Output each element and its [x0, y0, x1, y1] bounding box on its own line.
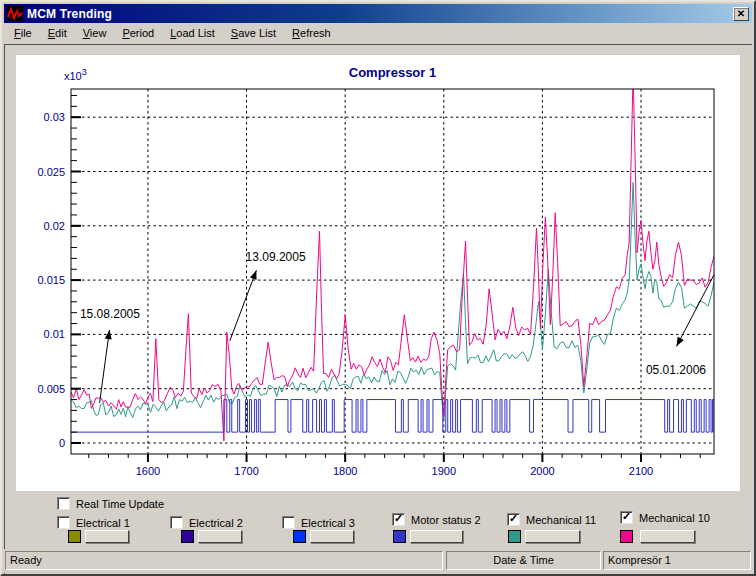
- series-mechanical-10: [71, 74, 714, 441]
- mechanical-11-color-swatch: [508, 530, 521, 543]
- x-tick-label: 2000: [530, 465, 554, 477]
- chart-panel: Compressor 1 x103 00.0050.010.0150.020.0…: [16, 55, 740, 491]
- menu-save-list[interactable]: Save List: [223, 25, 284, 42]
- status-bar: Ready Date & Time Kompresör 1: [4, 549, 752, 573]
- series-motor-status-2: [71, 400, 714, 433]
- annotation-arrow: [230, 270, 257, 341]
- motor-status-2-color-swatch: [393, 530, 406, 543]
- y-tick-label: 0.03: [44, 111, 65, 123]
- y-tick-label: 0.01: [44, 328, 65, 340]
- annotation-label: 15.08.2005: [80, 307, 140, 321]
- electrical-1-checkbox[interactable]: ✓: [57, 516, 70, 529]
- menu-period[interactable]: Period: [114, 25, 162, 42]
- mechanical-11-button[interactable]: [525, 530, 580, 543]
- channel-row: ✓ Motor status 2: [392, 513, 481, 526]
- electrical-2-button[interactable]: [198, 530, 242, 543]
- electrical-2-checkbox[interactable]: ✓: [170, 516, 183, 529]
- x-tick-label: 1700: [234, 465, 258, 477]
- channel-row: ✓ Electrical 3: [282, 516, 355, 529]
- mechanical-11-checkbox[interactable]: ✓: [507, 513, 520, 526]
- annotation-arrowhead: [677, 337, 684, 347]
- y-tick-label: 0.005: [37, 383, 65, 395]
- menu-bar: File Edit View Period Load List Save Lis…: [4, 24, 752, 43]
- menu-load-list[interactable]: Load List: [162, 25, 223, 42]
- electrical-3-label: Electrical 3: [301, 517, 355, 529]
- mechanical-10-color-swatch: [620, 530, 633, 543]
- electrical-1-color-swatch: [68, 530, 81, 543]
- window-title: MCM Trending: [27, 7, 733, 21]
- electrical-2-label: Electrical 2: [189, 517, 243, 529]
- realtime-update-label: Real Time Update: [76, 498, 164, 510]
- app-icon: [7, 6, 23, 21]
- mechanical-10-label: Mechanical 10: [639, 512, 710, 524]
- annotation-label: 13.09.2005: [246, 250, 306, 264]
- mechanical-10-checkbox[interactable]: ✓: [620, 511, 633, 524]
- client-area: Compressor 1 x103 00.0050.010.0150.020.0…: [4, 44, 752, 574]
- series-mechanical-11: [71, 182, 714, 419]
- annotation-arrow: [677, 275, 714, 347]
- trend-chart[interactable]: 00.0050.010.0150.020.0250.03160017001800…: [16, 55, 740, 491]
- motor-status-2-button[interactable]: [410, 530, 463, 543]
- close-button[interactable]: ✕: [733, 7, 749, 21]
- channel-row: ✓ Mechanical 10: [620, 511, 710, 524]
- motor-status-2-checkbox[interactable]: ✓: [392, 513, 405, 526]
- x-tick-label: 1900: [432, 465, 456, 477]
- mechanical-10-button[interactable]: [640, 530, 695, 543]
- annotation-arrow: [100, 330, 110, 403]
- annotation-label: 05.01.2006: [646, 363, 706, 377]
- y-tick-label: 0.02: [44, 220, 65, 232]
- electrical-3-button[interactable]: [310, 530, 354, 543]
- electrical-1-button[interactable]: [85, 530, 129, 543]
- electrical-1-label: Electrical 1: [76, 517, 130, 529]
- status-context: Kompresör 1: [603, 551, 751, 570]
- x-tick-label: 1800: [333, 465, 357, 477]
- menu-refresh[interactable]: Refresh: [284, 25, 339, 42]
- x-tick-label: 2100: [629, 465, 653, 477]
- x-tick-label: 1600: [136, 465, 160, 477]
- annotation-arrowhead: [250, 270, 257, 280]
- electrical-3-checkbox[interactable]: ✓: [282, 516, 295, 529]
- title-bar: MCM Trending ✕: [4, 4, 752, 23]
- realtime-update-checkbox-row: ✓ Real Time Update: [57, 497, 164, 510]
- menu-view[interactable]: View: [75, 25, 115, 42]
- app-window: MCM Trending ✕ File Edit View Period Loa…: [0, 0, 756, 576]
- channel-row: ✓ Electrical 1: [57, 516, 130, 529]
- y-tick-label: 0.025: [37, 166, 65, 178]
- electrical-3-color-swatch: [293, 530, 306, 543]
- y-tick-label: 0: [59, 437, 65, 449]
- status-ready: Ready: [5, 551, 443, 570]
- electrical-2-color-swatch: [181, 530, 194, 543]
- channel-row: ✓ Electrical 2: [170, 516, 243, 529]
- realtime-update-checkbox[interactable]: ✓: [57, 497, 70, 510]
- y-tick-label: 0.015: [37, 274, 65, 286]
- mechanical-11-label: Mechanical 11: [526, 514, 596, 526]
- menu-file[interactable]: File: [6, 25, 40, 42]
- channel-row: ✓ Mechanical 11: [507, 513, 596, 526]
- status-date-time: Date & Time: [446, 551, 601, 570]
- motor-status-2-label: Motor status 2: [411, 514, 481, 526]
- menu-edit[interactable]: Edit: [40, 25, 75, 42]
